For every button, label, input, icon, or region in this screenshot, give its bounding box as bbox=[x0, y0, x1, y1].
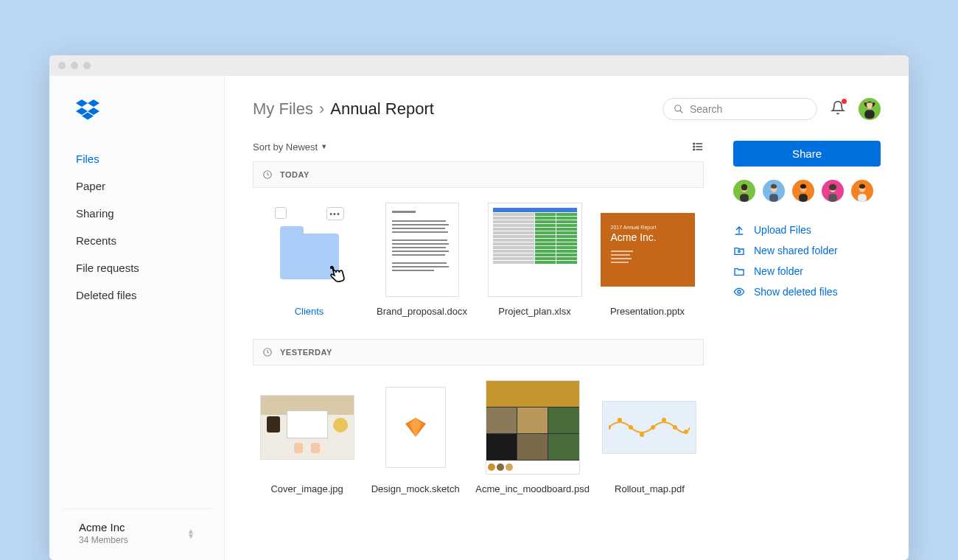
svg-point-5 bbox=[675, 105, 681, 111]
svg-rect-32 bbox=[799, 194, 808, 202]
caret-down-icon: ▼ bbox=[321, 143, 327, 150]
ppt-thumbnail: 2017 Annual Report Acme Inc. bbox=[601, 213, 695, 287]
notifications-button[interactable] bbox=[831, 100, 845, 118]
file-item-sketch[interactable]: Design_mock.sketch bbox=[361, 380, 469, 496]
sidebar-item-files[interactable]: Files bbox=[76, 145, 209, 172]
window-minimize[interactable] bbox=[71, 62, 78, 69]
svg-rect-34 bbox=[828, 194, 837, 202]
file-checkbox[interactable] bbox=[275, 207, 287, 219]
svg-point-22 bbox=[640, 433, 644, 437]
pdf-thumbnail bbox=[602, 401, 696, 454]
breadcrumb-root[interactable]: My Files bbox=[253, 99, 313, 119]
member-avatar[interactable] bbox=[733, 180, 755, 202]
sort-button[interactable]: Sort by Newest ▼ bbox=[253, 141, 327, 153]
action-show-deleted[interactable]: Show deleted files bbox=[733, 286, 881, 298]
breadcrumb: My Files › Annual Report bbox=[253, 99, 434, 119]
file-name: Rollout_map.pdf bbox=[615, 483, 685, 496]
file-name: Acme_inc_moodboard.psd bbox=[475, 483, 590, 496]
member-avatar[interactable] bbox=[851, 180, 873, 202]
xls-thumbnail bbox=[488, 203, 582, 297]
section-header-today: TODAY bbox=[253, 161, 704, 188]
svg-point-14 bbox=[693, 149, 694, 150]
notification-dot bbox=[842, 99, 847, 104]
chevron-right-icon: › bbox=[319, 99, 324, 119]
team-members: 34 Members bbox=[79, 535, 128, 545]
window-titlebar bbox=[49, 55, 909, 76]
sidebar-item-deleted-files[interactable]: Deleted files bbox=[76, 281, 209, 309]
team-switcher[interactable]: Acme Inc 34 Members ▲▼ bbox=[63, 508, 211, 560]
updown-icon: ▲▼ bbox=[187, 528, 195, 539]
app-window: Files Paper Sharing Recents File request… bbox=[49, 55, 909, 560]
sidebar-item-paper[interactable]: Paper bbox=[76, 172, 209, 200]
file-grid-today: ••• Clients bbox=[253, 188, 704, 339]
file-item-ppt[interactable]: 2017 Annual Report Acme Inc. Presentatio… bbox=[591, 203, 704, 318]
action-upload-files[interactable]: Upload Files bbox=[733, 224, 881, 236]
sidebar-item-recents[interactable]: Recents bbox=[76, 227, 209, 254]
shared-folder-icon bbox=[733, 245, 745, 256]
sidebar: Files Paper Sharing Recents File request… bbox=[49, 76, 225, 560]
search-placeholder: Search bbox=[690, 103, 722, 115]
file-item-psd[interactable]: Acme_inc_moodboard.psd bbox=[469, 380, 595, 496]
file-item-xls[interactable]: Project_plan.xlsx bbox=[478, 203, 591, 318]
svg-point-20 bbox=[618, 418, 622, 422]
folder-icon bbox=[733, 265, 745, 277]
sort-label: Sort by Newest bbox=[253, 141, 318, 153]
member-avatar[interactable] bbox=[822, 180, 844, 202]
section-header-yesterday: YESTERDAY bbox=[253, 339, 704, 365]
svg-point-7 bbox=[867, 102, 873, 108]
file-name: Brand_proposal.docx bbox=[377, 306, 467, 318]
search-input[interactable]: Search bbox=[662, 98, 817, 120]
svg-point-12 bbox=[693, 143, 694, 144]
svg-rect-30 bbox=[769, 194, 778, 202]
svg-point-26 bbox=[684, 430, 688, 434]
member-avatar[interactable] bbox=[763, 180, 785, 202]
svg-point-38 bbox=[738, 290, 741, 293]
svg-rect-8 bbox=[864, 110, 874, 119]
file-item-img[interactable]: Cover_image.jpg bbox=[253, 380, 361, 496]
image-thumbnail bbox=[260, 395, 354, 460]
right-panel: Share Upload Files bbox=[733, 141, 881, 517]
search-icon bbox=[674, 104, 684, 114]
action-new-shared-folder[interactable]: New shared folder bbox=[733, 245, 881, 256]
action-new-folder[interactable]: New folder bbox=[733, 265, 881, 277]
dropbox-logo[interactable] bbox=[49, 99, 224, 145]
doc-thumbnail bbox=[385, 203, 459, 297]
breadcrumb-current: Annual Report bbox=[330, 99, 434, 119]
svg-point-24 bbox=[662, 418, 666, 422]
cursor-hand-icon bbox=[324, 262, 349, 293]
member-avatar[interactable] bbox=[792, 180, 814, 202]
avatar-icon bbox=[862, 100, 877, 119]
svg-point-23 bbox=[651, 425, 655, 430]
sidebar-item-sharing[interactable]: Sharing bbox=[76, 200, 209, 227]
file-item-doc[interactable]: Brand_proposal.docx bbox=[366, 203, 478, 318]
svg-rect-28 bbox=[740, 194, 749, 202]
svg-line-6 bbox=[680, 111, 683, 113]
sidebar-item-file-requests[interactable]: File requests bbox=[76, 254, 209, 281]
eye-icon bbox=[733, 286, 745, 298]
file-item-folder[interactable]: ••• Clients bbox=[253, 203, 366, 318]
clock-icon bbox=[262, 169, 273, 180]
svg-point-37 bbox=[738, 251, 741, 253]
window-close[interactable] bbox=[58, 62, 66, 69]
sketch-thumbnail bbox=[385, 387, 446, 468]
svg-point-25 bbox=[673, 425, 677, 430]
user-avatar[interactable] bbox=[859, 98, 881, 120]
file-name: Project_plan.xlsx bbox=[498, 306, 570, 318]
file-item-pdf[interactable]: Rollout_map.pdf bbox=[595, 380, 704, 496]
share-button[interactable]: Share bbox=[733, 141, 881, 167]
file-name: Cover_image.jpg bbox=[270, 483, 343, 496]
list-view-toggle[interactable] bbox=[692, 141, 704, 153]
file-name: Presentation.pptx bbox=[610, 306, 685, 318]
file-menu-button[interactable]: ••• bbox=[326, 207, 344, 220]
moodboard-thumbnail bbox=[486, 380, 580, 475]
section-label-today: TODAY bbox=[280, 170, 310, 179]
upload-icon bbox=[733, 224, 745, 236]
svg-rect-36 bbox=[858, 194, 867, 202]
file-name: Clients bbox=[295, 306, 324, 318]
file-name: Design_mock.sketch bbox=[371, 483, 460, 496]
svg-point-21 bbox=[629, 425, 633, 430]
shared-with-avatars bbox=[733, 180, 881, 202]
clock-icon bbox=[262, 347, 273, 357]
window-maximize[interactable] bbox=[83, 62, 91, 69]
svg-point-13 bbox=[693, 146, 694, 147]
